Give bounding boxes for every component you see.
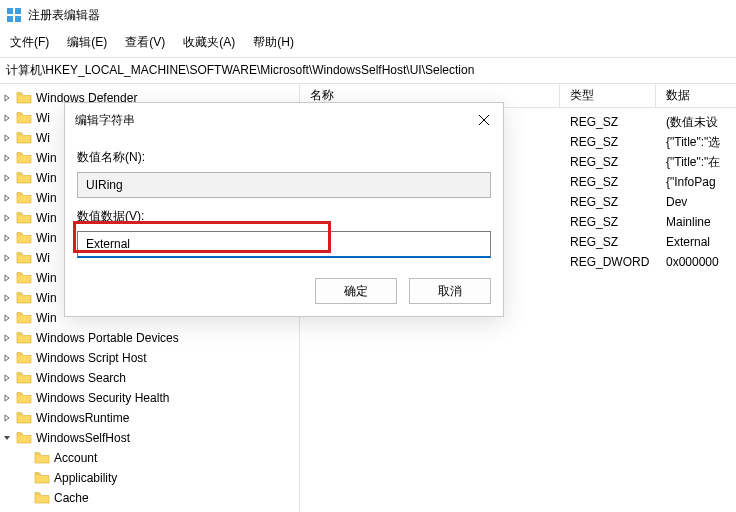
tree-item[interactable]: Windows Search	[0, 368, 299, 388]
window-title: 注册表编辑器	[28, 7, 100, 24]
tree-item[interactable]: ClientState	[0, 508, 299, 512]
chevron-right-icon[interactable]	[0, 111, 14, 125]
cell-data: (数值未设	[656, 114, 736, 131]
tree-item-label: WindowsSelfHost	[36, 431, 130, 445]
edit-string-dialog: 编辑字符串 数值名称(N): 数值数据(V): 确定 取消	[64, 102, 504, 317]
tree-item[interactable]: WindowsSelfHost	[0, 428, 299, 448]
chevron-right-icon[interactable]	[0, 151, 14, 165]
folder-icon	[16, 111, 32, 125]
folder-icon	[16, 211, 32, 225]
folder-icon	[16, 171, 32, 185]
tree-item-label: Win	[36, 171, 57, 185]
folder-icon	[16, 351, 32, 365]
chevron-right-icon[interactable]	[0, 211, 14, 225]
tree-item-label: Win	[36, 271, 57, 285]
tree-item-label: WindowsRuntime	[36, 411, 129, 425]
chevron-right-icon[interactable]	[0, 311, 14, 325]
tree-item-label: Win	[36, 311, 57, 325]
tree-item-label: Applicability	[54, 471, 117, 485]
chevron-right-icon[interactable]	[0, 351, 14, 365]
col-header-data[interactable]: 数据	[656, 84, 736, 107]
tree-item-label: Windows Script Host	[36, 351, 147, 365]
folder-icon	[16, 391, 32, 405]
cell-type: REG_SZ	[560, 195, 656, 209]
tree-item-label: Windows Security Health	[36, 391, 169, 405]
folder-icon	[16, 371, 32, 385]
chevron-right-icon[interactable]	[0, 91, 14, 105]
tree-item[interactable]: Account	[0, 448, 299, 468]
close-icon	[478, 114, 490, 126]
cell-data: 0x000000	[656, 255, 736, 269]
tree-item-label: Win	[36, 191, 57, 205]
tree-item-label: Win	[36, 231, 57, 245]
menu-help[interactable]: 帮助(H)	[253, 34, 294, 51]
chevron-right-icon[interactable]	[0, 131, 14, 145]
cell-data: Mainline	[656, 215, 736, 229]
cancel-button[interactable]: 取消	[409, 278, 491, 304]
folder-icon	[16, 251, 32, 265]
value-data-input[interactable]	[77, 231, 491, 258]
value-name-input	[77, 172, 491, 198]
addressbar[interactable]: 计算机\HKEY_LOCAL_MACHINE\SOFTWARE\Microsof…	[0, 57, 736, 84]
cell-type: REG_SZ	[560, 175, 656, 189]
value-data-label: 数值数据(V):	[77, 208, 491, 225]
chevron-right-icon[interactable]	[0, 371, 14, 385]
cell-data: External	[656, 235, 736, 249]
dialog-title-text: 编辑字符串	[75, 112, 135, 129]
cell-data: Dev	[656, 195, 736, 209]
chevron-right-icon[interactable]	[0, 411, 14, 425]
menu-file[interactable]: 文件(F)	[10, 34, 49, 51]
dialog-close-button[interactable]	[475, 111, 493, 129]
tree-item-label: Win	[36, 291, 57, 305]
tree-item-label: Account	[54, 451, 97, 465]
menu-favorites[interactable]: 收藏夹(A)	[183, 34, 235, 51]
folder-icon	[16, 131, 32, 145]
titlebar: 注册表编辑器	[0, 0, 736, 30]
dialog-buttons: 确定 取消	[65, 270, 503, 316]
cell-type: REG_SZ	[560, 235, 656, 249]
tree-item[interactable]: Cache	[0, 488, 299, 508]
folder-icon	[16, 231, 32, 245]
folder-icon	[16, 311, 32, 325]
ok-button[interactable]: 确定	[315, 278, 397, 304]
chevron-right-icon[interactable]	[0, 231, 14, 245]
tree-item-label: Windows Portable Devices	[36, 331, 179, 345]
svg-rect-1	[15, 8, 21, 14]
menu-view[interactable]: 查看(V)	[125, 34, 165, 51]
cell-data: {"Title":"在	[656, 154, 736, 171]
chevron-down-icon[interactable]	[0, 431, 14, 445]
col-header-type[interactable]: 类型	[560, 84, 656, 107]
cell-type: REG_DWORD	[560, 255, 656, 269]
folder-icon	[16, 191, 32, 205]
tree-item[interactable]: WindowsRuntime	[0, 408, 299, 428]
chevron-right-icon[interactable]	[0, 271, 14, 285]
tree-item[interactable]: Windows Security Health	[0, 388, 299, 408]
chevron-right-icon[interactable]	[0, 171, 14, 185]
tree-item[interactable]: Windows Portable Devices	[0, 328, 299, 348]
cell-data: {"Title":"选	[656, 134, 736, 151]
folder-icon	[34, 451, 50, 465]
chevron-right-icon[interactable]	[0, 391, 14, 405]
folder-icon	[16, 91, 32, 105]
app-icon	[6, 7, 22, 23]
addressbar-path: 计算机\HKEY_LOCAL_MACHINE\SOFTWARE\Microsof…	[6, 63, 474, 77]
value-name-label: 数值名称(N):	[77, 149, 491, 166]
tree-item[interactable]: Applicability	[0, 468, 299, 488]
folder-icon	[16, 331, 32, 345]
svg-rect-0	[7, 8, 13, 14]
svg-rect-2	[7, 16, 13, 22]
cell-type: REG_SZ	[560, 135, 656, 149]
cell-type: REG_SZ	[560, 215, 656, 229]
folder-icon	[16, 431, 32, 445]
chevron-right-icon[interactable]	[0, 291, 14, 305]
menu-edit[interactable]: 编辑(E)	[67, 34, 107, 51]
chevron-right-icon[interactable]	[0, 191, 14, 205]
chevron-right-icon[interactable]	[0, 331, 14, 345]
tree-item[interactable]: Windows Script Host	[0, 348, 299, 368]
tree-item-label: Win	[36, 151, 57, 165]
folder-icon	[16, 411, 32, 425]
dialog-body: 数值名称(N): 数值数据(V):	[65, 133, 503, 270]
folder-icon	[16, 291, 32, 305]
tree-item-label: Windows Search	[36, 371, 126, 385]
chevron-right-icon[interactable]	[0, 251, 14, 265]
